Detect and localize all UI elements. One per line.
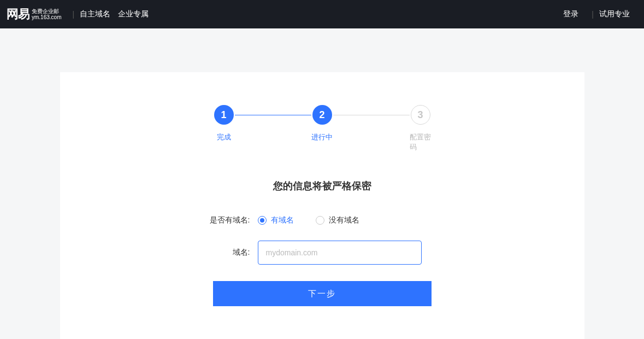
divider-icon: |	[72, 10, 74, 19]
step-1-label: 完成	[217, 132, 231, 142]
radio-no-domain-label: 没有域名	[329, 215, 359, 225]
radio-has-domain-label: 有域名	[271, 215, 294, 225]
has-domain-row: 是否有域名: 有域名 没有域名	[93, 215, 552, 225]
logo-subtext: 免费企业邮 ym.163.com	[32, 8, 61, 20]
radio-has-domain[interactable]: 有域名	[258, 215, 294, 225]
header-left: 网易 免费企业邮 ym.163.com | 自主域名 企业专属	[7, 6, 156, 22]
step-line-1-2	[235, 115, 311, 115]
next-step-button[interactable]: 下一步	[213, 281, 432, 306]
nav-enterprise[interactable]: 企业专属	[118, 9, 149, 19]
domain-radio-group: 有域名 没有域名	[258, 215, 359, 225]
domain-input-row: 域名:	[93, 241, 552, 265]
step-3-circle: 3	[411, 105, 430, 125]
radio-no-domain[interactable]: 没有域名	[316, 215, 359, 225]
divider-icon: |	[592, 10, 594, 19]
step-line-2-3	[333, 115, 410, 115]
domain-input[interactable]	[258, 241, 422, 265]
step-2-circle: 2	[312, 105, 332, 125]
form-heading: 您的信息将被严格保密	[93, 179, 552, 192]
step-1: 1 完成	[213, 105, 235, 142]
nav-domain[interactable]: 自主域名	[80, 9, 110, 19]
step-2-label: 进行中	[311, 132, 333, 142]
site-header: 网易 免费企业邮 ym.163.com | 自主域名 企业专属 登录 | 试用专…	[0, 0, 644, 28]
stepper: 1 完成 2 进行中 3 配置密码	[93, 105, 552, 152]
logo-sub-line2: ym.163.com	[32, 14, 61, 20]
login-link[interactable]: 登录	[563, 9, 578, 19]
logo-main: 网易	[7, 6, 29, 22]
step-1-circle: 1	[214, 105, 234, 125]
logo-sub-line1: 免费企业邮	[32, 8, 61, 14]
radio-icon	[258, 216, 267, 225]
main-card: 1 完成 2 进行中 3 配置密码 您的信息将被严格保密 是否有域名: 有域名 …	[60, 72, 584, 339]
domain-label: 域名:	[202, 248, 250, 258]
radio-icon	[316, 216, 324, 225]
step-3-label: 配置密码	[410, 132, 432, 152]
header-right: 登录 | 试用专业	[563, 9, 637, 19]
has-domain-label: 是否有域名:	[202, 215, 250, 225]
trial-link[interactable]: 试用专业	[599, 9, 630, 19]
step-3: 3 配置密码	[410, 105, 432, 152]
step-2: 2 进行中	[311, 105, 333, 142]
radio-dot-icon	[260, 218, 264, 223]
